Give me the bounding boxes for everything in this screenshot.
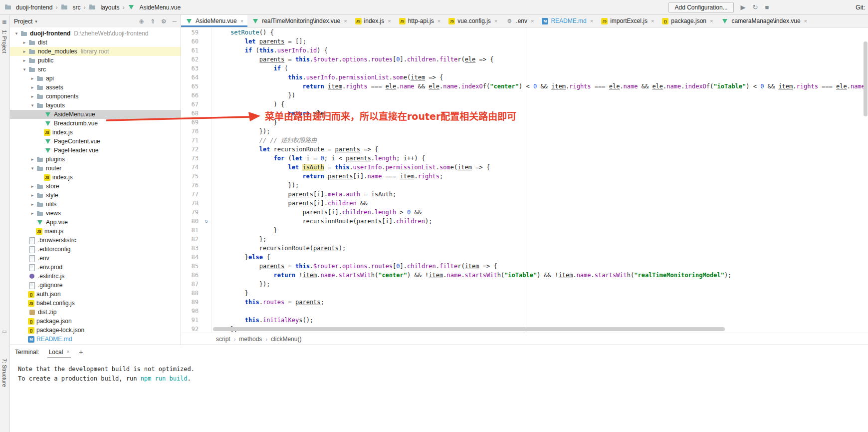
tree-item-babel-config-js[interactable]: babel.config.js: [10, 299, 181, 308]
tree-item-public[interactable]: ▸public: [10, 56, 181, 65]
code-area[interactable]: 59 setRoute() {60 let parents = [];61 if…: [181, 27, 868, 333]
editor-tab-realtimemonitoring-index-vue[interactable]: realTimeMonitoring\index.vue×: [247, 15, 351, 27]
titlebar-crumb-src[interactable]: src: [59, 4, 81, 11]
settings-icon[interactable]: ⚙: [161, 18, 167, 25]
line-number[interactable]: 65: [181, 82, 201, 91]
tree-item-auth-json[interactable]: auth.json: [10, 290, 181, 299]
tree-item-components[interactable]: ▸components: [10, 92, 181, 101]
breadcrumb-script[interactable]: script: [216, 336, 230, 343]
structure-tool-button[interactable]: 7: Structure: [1, 359, 7, 387]
vertical-scrollbar-thumb[interactable]: [864, 41, 868, 116]
editor-tab-vue-config-js[interactable]: vue.config.js×: [444, 15, 501, 27]
tab-close-icon[interactable]: ×: [388, 18, 391, 24]
locate-icon[interactable]: ⊕: [139, 18, 144, 25]
tree-toggle-icon[interactable]: ▸: [21, 58, 28, 63]
titlebar-crumb-asidemenu-vue[interactable]: AsideMenu.vue: [126, 4, 182, 11]
tree-item-browserslistrc[interactable]: .browserslistrc: [10, 236, 181, 245]
terminal-output[interactable]: Note that the development build is not o…: [10, 359, 868, 432]
tree-item-plugins[interactable]: ▸plugins: [10, 155, 181, 164]
tree-toggle-icon[interactable]: ▸: [29, 94, 36, 99]
tree-item-eslintrc-js[interactable]: .eslintrc.js: [10, 272, 181, 281]
tree-item-utils[interactable]: ▸utils: [10, 200, 181, 209]
tree-item-readme-md[interactable]: README.md: [10, 335, 181, 344]
editor-tab-cameramanage-index-vue[interactable]: cameraManage\index.vue×: [717, 15, 811, 27]
editor-tab-importexcel-js[interactable]: importExcel.js×: [597, 15, 658, 27]
editor-tab-asidemenu-vue[interactable]: AsideMenu.vue×: [181, 15, 247, 27]
line-number[interactable]: 63: [181, 64, 201, 73]
line-number[interactable]: 68: [181, 109, 201, 118]
titlebar-crumb-duoji-frontend[interactable]: duoji-frontend: [3, 4, 53, 11]
tree-toggle-icon[interactable]: ▸: [21, 49, 28, 54]
tree-item-index-js[interactable]: index.js: [10, 173, 181, 182]
tree-item-gitignore[interactable]: .gitignore: [10, 281, 181, 290]
line-number[interactable]: 67: [181, 100, 201, 109]
line-number[interactable]: 91: [181, 316, 201, 325]
line-number[interactable]: 85: [181, 262, 201, 271]
tree-item-style[interactable]: ▸style: [10, 191, 181, 200]
line-number[interactable]: 70: [181, 127, 201, 136]
tab-close-icon[interactable]: ×: [651, 18, 654, 24]
tree-toggle-icon[interactable]: ▾: [13, 31, 20, 36]
tree-item-layouts[interactable]: ▾layouts: [10, 101, 181, 110]
line-number[interactable]: 69: [181, 118, 201, 127]
line-number[interactable]: 88: [181, 289, 201, 298]
line-number[interactable]: 75: [181, 172, 201, 181]
line-number[interactable]: 73: [181, 154, 201, 163]
tree-item-node-modules[interactable]: ▸node_moduleslibrary root: [10, 47, 181, 56]
tree-item-dist[interactable]: ▸dist: [10, 38, 181, 47]
line-number[interactable]: 60: [181, 37, 201, 46]
tree-toggle-icon[interactable]: ▾: [21, 67, 28, 72]
editor-tab-package-json[interactable]: package.json×: [658, 15, 717, 27]
tree-toggle-icon[interactable]: ▸: [29, 211, 36, 216]
editor-tab-env[interactable]: .env×: [501, 15, 538, 27]
line-number[interactable]: 77: [181, 190, 201, 199]
tree-item-pageheader-vue[interactable]: PageHeader.vue: [10, 146, 181, 155]
tree-item-pagecontent-vue[interactable]: PageContent.vue: [10, 137, 181, 146]
new-terminal-icon[interactable]: +: [79, 348, 83, 356]
tab-close-icon[interactable]: ×: [344, 18, 347, 24]
project-panel-title[interactable]: Project: [14, 18, 32, 25]
tab-close-icon[interactable]: ×: [531, 18, 534, 24]
line-number[interactable]: 84: [181, 253, 201, 262]
line-number[interactable]: 71: [181, 136, 201, 145]
line-number[interactable]: 80: [181, 217, 201, 226]
collapse-all-icon[interactable]: ⇑: [150, 18, 155, 25]
terminal-tab-local[interactable]: Local ×: [47, 345, 71, 359]
tree-item-breadcrumb-vue[interactable]: Breadcrumb.vue: [10, 119, 181, 128]
tree-toggle-icon[interactable]: ▾: [29, 103, 36, 108]
tree-item-dist-zip[interactable]: dist.zip: [10, 308, 181, 317]
line-number[interactable]: 81: [181, 226, 201, 235]
project-tool-button[interactable]: 1: Project: [1, 30, 7, 53]
tree-item-store[interactable]: ▸store: [10, 182, 181, 191]
tree-item-api[interactable]: ▸api: [10, 74, 181, 83]
line-number[interactable]: 59: [181, 28, 201, 37]
tree-item-src[interactable]: ▾src: [10, 65, 181, 74]
tree-item-duoji-frontend[interactable]: ▾duoji-frontendD:\zheheWeb\duoji-fronten…: [10, 29, 181, 38]
tree-item-editorconfig[interactable]: .editorconfig: [10, 245, 181, 254]
tab-close-icon[interactable]: ×: [494, 18, 497, 24]
breadcrumb-clickmenu[interactable]: clickMenu(): [271, 336, 301, 343]
vertical-scrollbar[interactable]: [863, 27, 868, 333]
line-number[interactable]: 72: [181, 145, 201, 154]
line-number[interactable]: 79: [181, 208, 201, 217]
line-number[interactable]: 62: [181, 55, 201, 64]
line-number[interactable]: 86: [181, 271, 201, 280]
tree-toggle-icon[interactable]: ▾: [29, 166, 36, 171]
line-number[interactable]: 61: [181, 46, 201, 55]
tab-close-icon[interactable]: ×: [437, 18, 440, 24]
line-number[interactable]: 92: [181, 325, 201, 333]
editor-tab-http-api-js[interactable]: http-api.js×: [395, 15, 444, 27]
line-number[interactable]: 89: [181, 298, 201, 307]
hide-icon[interactable]: ─: [172, 18, 177, 25]
tree-item-asidemenu-vue[interactable]: AsideMenu.vue: [10, 110, 181, 119]
tree-toggle-icon[interactable]: ▸: [29, 193, 36, 198]
tree-item-package-json[interactable]: package.json: [10, 317, 181, 326]
line-number[interactable]: 78: [181, 199, 201, 208]
tree-item-index-js[interactable]: index.js: [10, 128, 181, 137]
tab-close-icon[interactable]: ×: [710, 18, 713, 24]
line-number[interactable]: 76: [181, 181, 201, 190]
git-label[interactable]: Git:: [856, 4, 865, 11]
add-configuration-button[interactable]: Add Configuration...: [668, 2, 733, 13]
structure-tool-icon[interactable]: ▭: [2, 329, 6, 334]
tree-item-app-vue[interactable]: App.vue: [10, 218, 181, 227]
